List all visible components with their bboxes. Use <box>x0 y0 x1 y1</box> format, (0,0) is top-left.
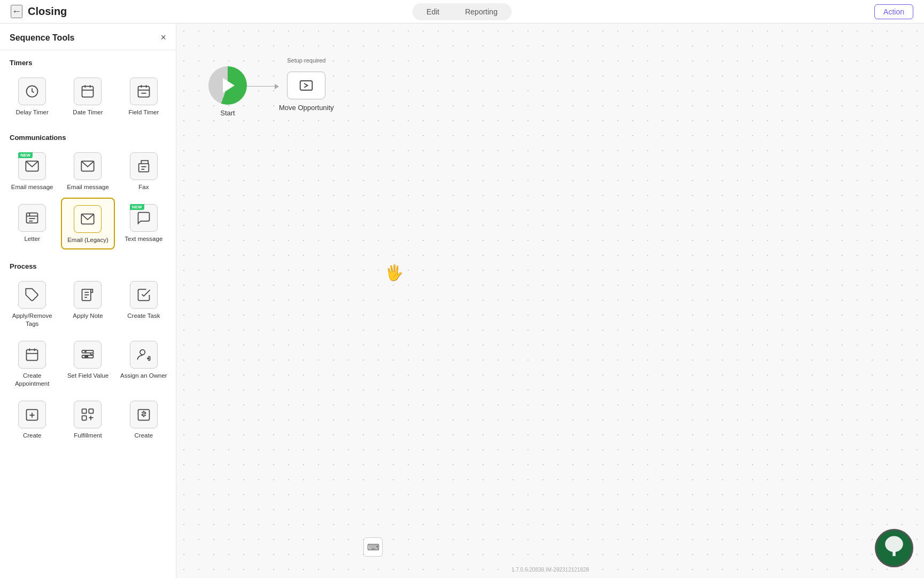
tab-edit[interactable]: Edit <box>414 5 452 19</box>
tree-logo-icon <box>879 533 909 563</box>
tag-icon <box>25 287 40 302</box>
tool-apply-remove-tags[interactable]: Apply/Remove Tags <box>5 275 59 332</box>
email-legacy-icon <box>80 212 95 226</box>
tool-email-message-2[interactable]: Email message <box>61 146 114 196</box>
fax-icon <box>136 159 151 174</box>
letter-icon-box <box>18 204 46 232</box>
calendar-field-icon <box>136 84 151 99</box>
svg-rect-46 <box>89 409 94 413</box>
delay-timer-label: Delay Timer <box>15 108 48 116</box>
tool-apply-note[interactable]: Apply Note <box>61 275 114 332</box>
tool-email-message-new[interactable]: NEW Email message <box>5 146 59 196</box>
email-legacy-icon-box <box>74 205 102 233</box>
create-appointment-label: Create Appointment <box>7 372 57 388</box>
email-legacy-label: Email (Legacy) <box>67 236 108 244</box>
sidebar-header: Sequence Tools × <box>0 24 176 50</box>
tool-text-message[interactable]: NEW Text message <box>117 198 170 249</box>
tool-assign-owner[interactable]: Assign an Owner <box>117 334 170 392</box>
svg-rect-56 <box>892 551 896 556</box>
svg-rect-26 <box>27 349 38 360</box>
svg-rect-33 <box>82 350 94 353</box>
apply-note-label: Apply Note <box>73 312 103 320</box>
create-task-label: Create Task <box>127 312 160 320</box>
note-icon <box>80 287 95 302</box>
canvas-area[interactable]: Start Setup required Move Opportunity 🖐 … <box>176 24 924 578</box>
sidebar-close-button[interactable]: × <box>160 32 166 43</box>
task-icon-box <box>130 281 158 309</box>
sidebar-title: Sequence Tools <box>10 33 75 43</box>
move-opportunity-box[interactable]: Setup required <box>287 72 325 99</box>
tool-fax[interactable]: Fax <box>117 146 170 196</box>
fax-label: Fax <box>138 183 149 191</box>
setup-required-label: Setup required <box>287 57 325 64</box>
svg-rect-53 <box>300 81 313 90</box>
communications-grid: NEW Email message Email message Fax <box>0 146 176 254</box>
app-logo <box>875 529 913 567</box>
tool-field-timer[interactable]: Field Timer <box>117 71 170 121</box>
letter-icon <box>25 210 40 225</box>
create-plus-icon-box <box>18 401 46 428</box>
email-message-new-label: Email message <box>11 183 53 191</box>
keyboard-button[interactable]: ⌨ <box>363 537 383 557</box>
appt-icon-box <box>18 341 46 369</box>
timers-grid: Delay Timer Date Timer Field Timer <box>0 71 176 125</box>
create-plus-icon <box>25 407 40 422</box>
tool-create-task[interactable]: Create Task <box>117 275 170 332</box>
tag-icon-box <box>18 281 46 309</box>
back-button[interactable]: ← <box>11 5 22 18</box>
create-dollar-icon <box>136 407 151 422</box>
start-node-label: Start <box>220 109 235 117</box>
main-layout: Sequence Tools × Timers Delay Timer Date… <box>0 24 924 578</box>
move-opportunity-node[interactable]: Setup required Move Opportunity <box>279 72 334 112</box>
svg-rect-45 <box>82 409 87 413</box>
tool-fulfillment[interactable]: Fulfillment <box>61 394 114 444</box>
assign-owner-icon-box <box>130 341 158 369</box>
tool-email-legacy[interactable]: Email (Legacy) <box>61 198 114 249</box>
text-new-badge: NEW <box>130 204 144 210</box>
arrow-connector-1 <box>247 84 279 89</box>
set-field-icon <box>80 347 95 362</box>
note-icon-box <box>74 281 102 309</box>
cursor-hand: 🖐 <box>385 264 403 282</box>
back-arrow-icon: ← <box>12 6 21 17</box>
svg-rect-1 <box>82 87 94 97</box>
tab-reporting[interactable]: Reporting <box>452 5 510 19</box>
tool-delay-timer[interactable]: Delay Timer <box>5 71 59 121</box>
tool-create-2[interactable]: Create <box>117 394 170 444</box>
svg-rect-47 <box>82 416 87 420</box>
field-timer-icon-box <box>130 77 158 105</box>
date-timer-icon-box <box>74 77 102 105</box>
process-section-label: Process <box>0 254 176 275</box>
email-message-2-icon-box <box>74 152 102 180</box>
set-field-value-label: Set Field Value <box>67 372 108 380</box>
email-message-2-label: Email message <box>67 183 109 191</box>
create-dollar-icon-box <box>130 401 158 428</box>
appointment-icon <box>25 347 40 362</box>
tool-date-timer[interactable]: Date Timer <box>61 71 114 121</box>
apply-remove-tags-label: Apply/Remove Tags <box>7 312 57 328</box>
tool-set-field-value[interactable]: Set Field Value <box>61 334 114 392</box>
tool-create-appointment[interactable]: Create Appointment <box>5 334 59 392</box>
task-icon <box>136 287 151 302</box>
move-opportunity-label: Move Opportunity <box>279 104 334 112</box>
keyboard-icon: ⌨ <box>367 542 379 552</box>
arrow-head <box>275 84 279 89</box>
create-1-label: Create <box>23 432 42 440</box>
email-icon <box>25 159 40 174</box>
fulfillment-label: Fulfillment <box>74 432 102 440</box>
svg-rect-5 <box>138 87 149 97</box>
action-button[interactable]: Action <box>874 4 913 19</box>
text-message-label: Text message <box>125 235 162 243</box>
calendar-icon <box>80 84 95 99</box>
svg-rect-12 <box>138 163 149 171</box>
tool-create-1[interactable]: Create <box>5 394 59 444</box>
fulfillment-icon-box <box>74 401 102 428</box>
tool-letter[interactable]: Letter <box>5 198 59 249</box>
svg-point-37 <box>140 349 145 354</box>
bottom-toolbar: ⌨ <box>363 537 383 557</box>
field-value-icon-box <box>74 341 102 369</box>
version-label: 1.7.0.6.20830.IM-202312121828 <box>511 567 589 573</box>
text-message-icon-box: NEW <box>130 204 158 232</box>
start-circle[interactable] <box>208 66 247 105</box>
start-node[interactable]: Start <box>208 66 247 117</box>
